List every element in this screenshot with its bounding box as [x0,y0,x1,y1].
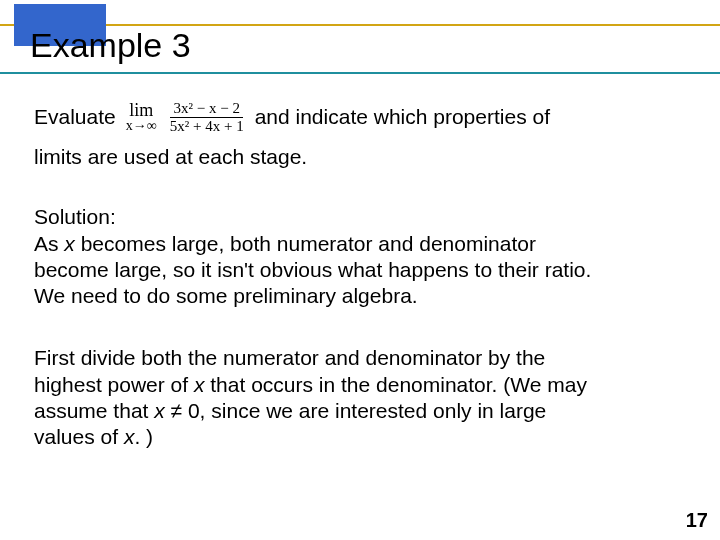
evaluate-label: Evaluate [34,104,116,130]
slide: Example 3 Evaluate lim x→∞ 3x² − x − 2 5… [0,0,720,540]
first-line-1: First divide both the numerator and deno… [34,345,686,371]
lim-text: lim [129,101,153,119]
lim-subscript: x→∞ [126,119,157,133]
content-body: Evaluate lim x→∞ 3x² − x − 2 5x² + 4x + … [34,100,686,450]
fraction: 3x² − x − 2 5x² + 4x + 1 [167,100,247,134]
limit-operator: lim x→∞ [126,101,157,133]
first-l2a: highest power of [34,373,194,396]
solution-line-3: We need to do some preliminary algebra. [34,283,686,309]
problem-line-1: Evaluate lim x→∞ 3x² − x − 2 5x² + 4x + … [34,100,686,134]
first-line-2: highest power of x that occurs in the de… [34,372,686,398]
title-banner: Example 3 [0,0,720,80]
after-fraction-text: and indicate which properties of [255,104,550,130]
fraction-numerator: 3x² − x − 2 [170,100,242,118]
page-number: 17 [686,509,708,532]
solution-line-1: As x becomes large, both numerator and d… [34,231,686,257]
sol-l1b: becomes large, both numerator and denomi… [75,232,536,255]
first-line-3: assume that x ≠ 0, since we are interest… [34,398,686,424]
first-line-4: values of x. ) [34,424,686,450]
first-l4a: values of [34,425,124,448]
neq-symbol: ≠ [165,399,188,422]
problem-line-2: limits are used at each stage. [34,144,686,170]
first-l2b: that occurs in the denominator. (We may [204,373,586,396]
first-paragraph: First divide both the numerator and deno… [34,345,686,450]
var-x: x [154,399,165,422]
sol-l1a: As [34,232,64,255]
teal-rule-bottom [0,72,720,74]
first-zero: 0, since we are interested only in large [188,399,546,422]
solution-block: Solution: As x becomes large, both numer… [34,204,686,309]
var-x: x [124,425,135,448]
solution-line-2: become large, so it isn't obvious what h… [34,257,686,283]
solution-label: Solution: [34,204,686,230]
first-l4b: . ) [134,425,153,448]
page-title: Example 3 [30,26,191,65]
first-l3a: assume that [34,399,154,422]
var-x: x [64,232,75,255]
var-x: x [194,373,205,396]
fraction-denominator: 5x² + 4x + 1 [167,118,247,135]
